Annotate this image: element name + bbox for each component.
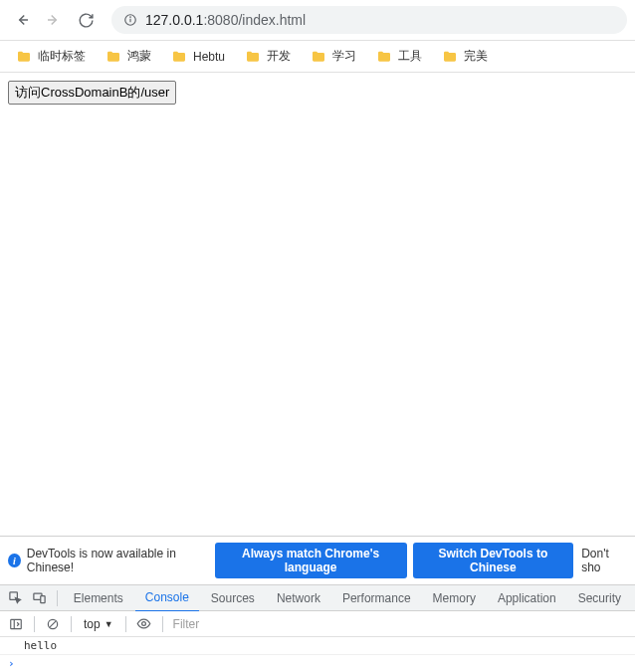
bookmark-label: 开发 [267,48,291,65]
inspect-element-button[interactable] [4,586,26,610]
cross-domain-button[interactable]: 访问CrossDomainB的/user [8,81,176,105]
live-expression-button[interactable] [132,612,156,636]
address-text: 127.0.0.1:8080/index.html [145,12,306,28]
svg-point-12 [142,622,146,626]
address-bar[interactable]: 127.0.0.1:8080/index.html [111,6,627,34]
eye-icon [136,616,151,631]
bookmark-item[interactable]: 完美 [434,44,496,69]
switch-language-button[interactable]: Switch DevTools to Chinese [413,543,574,578]
chevron-right-icon: › [8,657,15,670]
folder-icon [245,49,261,65]
banner-dont-show[interactable]: Don't sho [581,547,627,574]
bookmark-label: 工具 [398,48,422,65]
clear-console-button[interactable] [41,612,65,636]
bookmark-item[interactable]: 鸿蒙 [98,44,159,69]
banner-text: DevTools is now available in Chinese! [27,547,209,574]
bookmark-item[interactable]: 临时标签 [8,44,94,69]
browser-toolbar: 127.0.0.1:8080/index.html [0,0,635,41]
separator [57,590,58,606]
bookmark-label: 学习 [332,48,356,65]
reload-button[interactable] [72,6,100,34]
folder-icon [376,49,392,65]
bookmark-item[interactable]: 学习 [303,44,364,69]
bookmark-label: 完美 [464,48,488,65]
context-label: top [84,617,101,631]
devtools-tabbar: Elements Console Sources Network Perform… [0,584,635,611]
bookmark-label: 鸿蒙 [127,48,151,65]
svg-rect-7 [41,596,45,603]
back-button[interactable] [8,6,36,34]
svg-point-4 [130,17,131,18]
separator [71,616,72,632]
info-icon [123,13,137,27]
page-content: 访问CrossDomainB的/user [0,73,635,536]
separator [162,616,163,632]
tab-performance[interactable]: Performance [332,584,421,611]
folder-icon [442,49,458,65]
tab-network[interactable]: Network [267,584,330,611]
info-icon: i [8,554,21,567]
forward-button[interactable] [40,6,68,34]
console-sidebar-toggle[interactable] [4,612,28,636]
separator [125,616,126,632]
devices-icon [32,590,47,605]
tab-elements[interactable]: Elements [64,584,133,611]
separator [34,616,35,632]
chevron-down-icon: ▼ [105,619,113,629]
folder-icon [311,49,326,65]
folder-icon [16,49,32,65]
bookmarks-bar: 临时标签 鸿蒙 Hebtu 开发 学习 工具 完美 [0,41,635,73]
tab-application[interactable]: Application [488,584,566,611]
bookmark-label: Hebtu [193,50,225,64]
match-language-button[interactable]: Always match Chrome's language [215,543,407,578]
tab-console[interactable]: Console [135,585,199,612]
bookmark-item[interactable]: 开发 [237,44,299,69]
device-toggle-button[interactable] [28,586,50,610]
arrow-left-icon [13,11,31,29]
sidebar-icon [9,617,23,631]
svg-line-11 [50,621,56,627]
bookmark-label: 临时标签 [38,48,86,65]
execution-context-selector[interactable]: top ▼ [78,617,119,631]
console-filter-input[interactable] [169,615,631,633]
reload-icon [78,12,95,29]
clear-icon [46,617,60,631]
bookmark-item[interactable]: 工具 [368,44,430,69]
console-prompt[interactable]: › [0,655,635,672]
inspect-icon [8,590,23,605]
folder-icon [171,49,187,65]
devtools-language-banner: i DevTools is now available in Chinese! … [0,536,635,584]
console-output: hello › [0,637,635,672]
tab-sources[interactable]: Sources [201,584,265,611]
tab-security[interactable]: Security [568,584,631,611]
arrow-right-icon [45,11,63,29]
tab-memory[interactable]: Memory [423,584,486,611]
console-log-row[interactable]: hello [0,637,635,655]
console-toolbar: top ▼ [0,611,635,637]
bookmark-item[interactable]: Hebtu [163,45,233,69]
folder-icon [106,49,121,65]
